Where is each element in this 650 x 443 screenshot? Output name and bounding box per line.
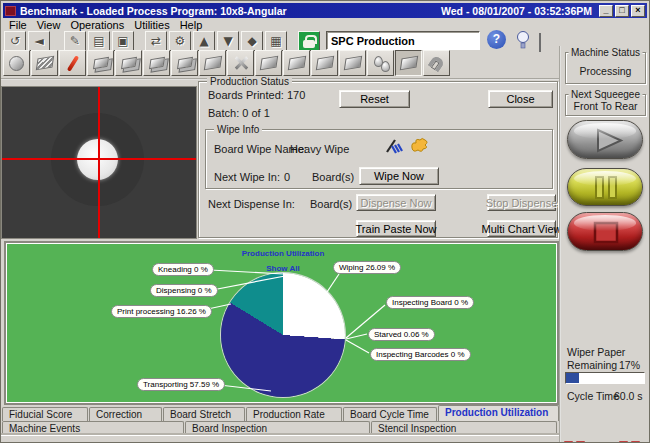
tab-stencil-inspection[interactable]: Stencil Inspection	[371, 421, 557, 435]
pie-label-inspecting-board: Inspecting Board 0 %	[386, 296, 474, 309]
window-title: Benchmark - Loaded Process Program: 10x8…	[20, 5, 441, 17]
menu-help[interactable]: Help	[178, 19, 211, 31]
crossed-tools-button[interactable]	[227, 50, 254, 76]
menu-operations[interactable]: Operations	[68, 19, 132, 31]
board-load-button[interactable]: ▼	[217, 31, 239, 51]
cycle-time-label: Cycle Time	[567, 390, 619, 402]
status-bar	[1, 435, 559, 443]
close-window-button[interactable]: ×	[631, 5, 645, 17]
back-button[interactable]: ◄	[28, 31, 50, 51]
boards-printed-value: 170	[287, 89, 305, 101]
stencil-wipe-button[interactable]	[395, 50, 422, 76]
blade-rear-button[interactable]	[171, 50, 198, 76]
callout-lines	[6, 243, 561, 407]
next-squeegee-value: Front To Rear	[566, 100, 645, 112]
wipe-now-button[interactable]: Wipe Now	[359, 167, 439, 185]
next-wipe-units: Board(s)	[312, 171, 354, 183]
machine-status-legend: Machine Status	[568, 47, 643, 58]
tab-board-cycle-time[interactable]: Board Cycle Time	[343, 407, 437, 421]
tab-board-inspection[interactable]: Board Inspection	[185, 421, 370, 435]
next-dispense-units: Board(s)	[310, 198, 352, 210]
stencil-grid-button[interactable]	[31, 50, 58, 76]
pie-label-dispensing: Dispensing 0 %	[150, 284, 218, 297]
application-window: Benchmark - Loaded Process Program: 10x8…	[0, 0, 650, 443]
manual-align-button[interactable]	[255, 50, 282, 76]
squeegee-arm-button[interactable]	[199, 50, 226, 76]
menu-file[interactable]: File	[7, 19, 35, 31]
help-button[interactable]: ?	[487, 30, 506, 49]
crossed-tools-icon	[233, 55, 249, 71]
lock-icon	[303, 40, 315, 48]
production-status-legend: Production Status	[207, 76, 292, 87]
hood-icon: ▲	[199, 34, 208, 48]
machine-setup-button[interactable]: ⚙	[169, 31, 191, 51]
magnet-button[interactable]	[423, 50, 450, 76]
next-wipe-label: Next Wipe In:	[214, 171, 280, 183]
tab-fiducial-score[interactable]: Fiducial Score	[2, 407, 88, 421]
close-button[interactable]: Close	[488, 90, 553, 108]
train-paste-now-button[interactable]: Train Paste Now	[356, 220, 436, 237]
pie-label-print-processing: Print processing 16.26 %	[111, 305, 212, 318]
wiper-paper-progress	[565, 372, 645, 384]
wipe-cloth-icon	[409, 136, 430, 159]
start-button[interactable]	[567, 120, 643, 159]
solvent-drops-button[interactable]	[367, 50, 394, 76]
open-program-button[interactable]: ✎	[64, 31, 86, 51]
maximize-button[interactable]: □	[615, 5, 629, 17]
menu-utilities[interactable]: Utilities	[132, 19, 177, 31]
save-program-button[interactable]: ▣	[112, 31, 134, 51]
hint-bulb-button[interactable]	[516, 30, 530, 54]
clamp-button[interactable]	[339, 50, 366, 76]
board-front-button[interactable]	[87, 50, 114, 76]
tab-machine-events[interactable]: Machine Events	[2, 421, 184, 435]
blade-front-button[interactable]	[143, 50, 170, 76]
next-wipe-value: 0	[284, 171, 290, 183]
screwdriver-icon	[66, 55, 78, 72]
conveyor-button[interactable]: ▦	[265, 31, 287, 51]
multi-chart-view-button[interactable]: Multi Chart View	[487, 220, 556, 237]
alarm-button[interactable]: ◆	[241, 31, 263, 51]
machine-status-value: Processing	[566, 65, 645, 77]
pie-label-inspecting-barcodes: Inspecting Barcodes 0 %	[370, 348, 471, 361]
dispense-now-button[interactable]: Dispense Now	[356, 194, 436, 211]
tab-correction[interactable]: Correction	[89, 407, 162, 421]
title-bar: Benchmark - Loaded Process Program: 10x8…	[3, 3, 647, 18]
security-lock-button[interactable]	[298, 31, 320, 51]
stop-dispense-button[interactable]: Stop Dispense	[487, 194, 556, 211]
board-load-icon: ▼	[223, 34, 232, 48]
board-rear-button[interactable]	[115, 50, 142, 76]
tab-production-rate[interactable]: Production Rate	[246, 407, 342, 421]
hood-button[interactable]: ▲	[193, 31, 215, 51]
tab-production-utilization[interactable]: Production Utilization	[438, 405, 559, 421]
edit-program-button[interactable]: ▤	[88, 31, 110, 51]
squeegee-wheel-button[interactable]	[3, 50, 30, 76]
menu-view[interactable]: View	[35, 19, 69, 31]
wipe-hand-button[interactable]	[283, 50, 310, 76]
camera-view	[1, 86, 197, 239]
pause-button[interactable]	[567, 168, 643, 206]
machine-setup-icon: ⚙	[175, 34, 186, 48]
crosshair-vertical	[98, 87, 100, 238]
board-rear-icon	[120, 57, 136, 69]
clean-brush-button[interactable]	[539, 34, 541, 52]
wipe-brush-icon	[384, 137, 405, 160]
benchmark-app-button[interactable]: ↺	[4, 31, 26, 51]
production-status-group: Production Status Boards Printed: 170 Ba…	[198, 81, 558, 238]
board-front-icon	[92, 57, 108, 69]
pie-label-kneading: Kneading 0 %	[152, 263, 214, 276]
next-squeegee-legend: Next Squeegee	[568, 89, 643, 100]
cycle-time-value: 60.0 s	[614, 390, 643, 402]
reset-button[interactable]: Reset	[339, 90, 410, 108]
clean-brush-icon	[539, 33, 541, 52]
paper-load-icon	[315, 56, 333, 71]
process-name-input[interactable]	[326, 31, 480, 50]
stop-button[interactable]	[567, 212, 643, 251]
screwdriver-button[interactable]	[59, 50, 86, 76]
minimize-button[interactable]: _	[599, 5, 613, 17]
paper-load-button[interactable]	[311, 50, 338, 76]
pie-label-transporting: Transporting 57.59 %	[137, 378, 225, 391]
board-transfer-button[interactable]: ⇄	[145, 31, 167, 51]
tab-board-stretch[interactable]: Board Stretch	[163, 407, 245, 421]
wiper-paper-percent: 17%	[619, 359, 640, 371]
pause-icon	[568, 169, 643, 206]
